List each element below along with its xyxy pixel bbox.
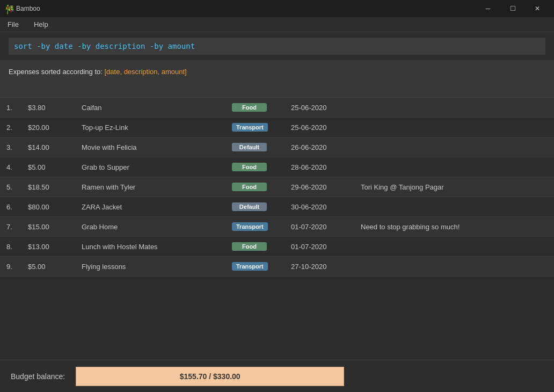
- window-controls: ─ ☐ ✕: [476, 0, 550, 17]
- row-num: 1.: [0, 98, 21, 118]
- tag-badge: Food: [232, 163, 267, 171]
- tag-badge: Transport: [232, 222, 268, 231]
- row-amount: $20.00: [21, 118, 75, 137]
- row-description: Grab Home: [75, 217, 225, 237]
- row-date: 27-10-2020: [285, 257, 354, 277]
- row-description: ZARA Jacket: [75, 197, 225, 217]
- row-num: 4.: [0, 157, 21, 177]
- tag-badge: Transport: [232, 262, 268, 271]
- row-num: 6.: [0, 197, 21, 217]
- output-value: [date, description, amount]: [105, 68, 187, 76]
- row-num: 9.: [0, 257, 21, 277]
- table-row: 4. $5.00 Grab to Supper Food 28-06-2020: [0, 157, 554, 177]
- row-date: 25-06-2020: [285, 98, 354, 118]
- table-row: 3. $14.00 Movie with Felicia Default 26-…: [0, 137, 554, 157]
- tag-badge: Default: [232, 202, 267, 211]
- row-tag: Transport: [225, 118, 285, 137]
- row-description: Flying lessons: [75, 257, 225, 277]
- menu-help[interactable]: Help: [31, 19, 52, 30]
- row-tag: Food: [225, 98, 285, 118]
- row-date: 25-06-2020: [285, 118, 354, 137]
- row-num: 7.: [0, 217, 21, 237]
- expense-table-container: 1. $3.80 Caifan Food 25-06-2020 2. $20.0…: [0, 98, 554, 360]
- row-amount: $5.00: [21, 157, 75, 177]
- row-description: Grab to Supper: [75, 157, 225, 177]
- budget-bar: $155.70 / $330.00: [76, 367, 344, 386]
- app-icon: 🎋: [4, 4, 13, 13]
- row-note: [354, 237, 554, 257]
- table-row: 9. $5.00 Flying lessons Transport 27-10-…: [0, 257, 554, 277]
- output-section: Expenses sorted according to: [date, des…: [0, 60, 554, 98]
- row-note: [354, 197, 554, 217]
- close-button[interactable]: ✕: [525, 0, 550, 17]
- row-tag: Transport: [225, 257, 285, 277]
- row-amount: $14.00: [21, 137, 75, 157]
- menu-bar: File Help: [0, 17, 554, 32]
- row-date: 26-06-2020: [285, 137, 354, 157]
- title-bar: 🎋 Bamboo ─ ☐ ✕: [0, 0, 554, 17]
- title-bar-left: 🎋 Bamboo: [4, 4, 40, 13]
- row-amount: $13.00: [21, 237, 75, 257]
- row-num: 8.: [0, 237, 21, 257]
- minimize-button[interactable]: ─: [476, 0, 500, 17]
- row-note: [354, 157, 554, 177]
- tag-badge: Food: [232, 242, 267, 251]
- expense-table: 1. $3.80 Caifan Food 25-06-2020 2. $20.0…: [0, 98, 554, 277]
- command-section: [0, 32, 554, 60]
- row-date: 01-07-2020: [285, 217, 354, 237]
- row-tag: Transport: [225, 217, 285, 237]
- row-num: 3.: [0, 137, 21, 157]
- tag-badge: Food: [232, 103, 267, 112]
- row-note: [354, 98, 554, 118]
- row-date: 01-07-2020: [285, 237, 354, 257]
- table-row: 1. $3.80 Caifan Food 25-06-2020: [0, 98, 554, 118]
- row-note: [354, 137, 554, 157]
- row-amount: $3.80: [21, 98, 75, 118]
- row-amount: $5.00: [21, 257, 75, 277]
- budget-value: $155.70 / $330.00: [180, 372, 240, 381]
- row-tag: Default: [225, 197, 285, 217]
- table-row: 7. $15.00 Grab Home Transport 01-07-2020…: [0, 217, 554, 237]
- row-amount: $80.00: [21, 197, 75, 217]
- tag-badge: Transport: [232, 123, 268, 132]
- row-tag: Food: [225, 237, 285, 257]
- table-row: 8. $13.00 Lunch with Hostel Mates Food 0…: [0, 237, 554, 257]
- command-input[interactable]: [9, 38, 545, 55]
- table-row: 2. $20.00 Top-up Ez-Link Transport 25-06…: [0, 118, 554, 137]
- row-date: 30-06-2020: [285, 197, 354, 217]
- table-row: 5. $18.50 Ramen with Tyler Food 29-06-20…: [0, 177, 554, 197]
- output-prefix: Expenses sorted according to:: [9, 68, 105, 76]
- menu-file[interactable]: File: [4, 19, 22, 30]
- row-amount: $15.00: [21, 217, 75, 237]
- row-description: Caifan: [75, 98, 225, 118]
- row-note: [354, 118, 554, 137]
- row-note: [354, 257, 554, 277]
- row-description: Ramen with Tyler: [75, 177, 225, 197]
- row-amount: $18.50: [21, 177, 75, 197]
- table-row: 6. $80.00 ZARA Jacket Default 30-06-2020: [0, 197, 554, 217]
- tag-badge: Food: [232, 183, 267, 191]
- row-num: 5.: [0, 177, 21, 197]
- row-date: 29-06-2020: [285, 177, 354, 197]
- tag-badge: Default: [232, 143, 267, 151]
- app-title: Bamboo: [16, 5, 40, 12]
- row-note: Need to stop grabbing so much!: [354, 217, 554, 237]
- row-date: 28-06-2020: [285, 157, 354, 177]
- maximize-button[interactable]: ☐: [500, 0, 525, 17]
- budget-label: Budget balance:: [11, 372, 65, 381]
- row-tag: Food: [225, 177, 285, 197]
- row-description: Movie with Felicia: [75, 137, 225, 157]
- row-tag: Default: [225, 137, 285, 157]
- row-num: 2.: [0, 118, 21, 137]
- row-description: Lunch with Hostel Mates: [75, 237, 225, 257]
- row-tag: Food: [225, 157, 285, 177]
- budget-section: Budget balance: $155.70 / $330.00: [0, 360, 554, 392]
- row-description: Top-up Ez-Link: [75, 118, 225, 137]
- row-note: Tori King @ Tanjong Pagar: [354, 177, 554, 197]
